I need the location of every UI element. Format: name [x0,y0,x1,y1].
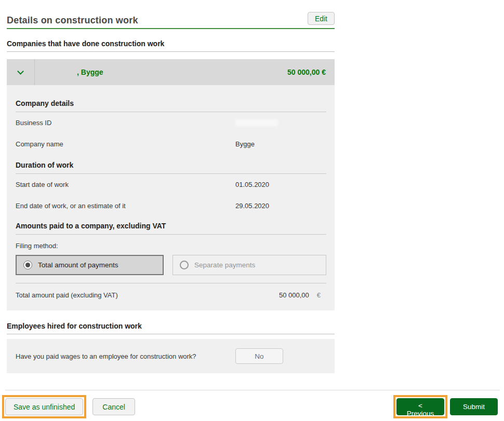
wages-answer-cell: No [235,348,326,364]
footer-buttons: Save as unfinished Cancel < Previous Sub… [0,395,504,418]
start-date-row: Start date of work 01.05.2020 [16,174,326,195]
total-amount-row: Total amount paid (excluding VAT) 50 000… [16,283,326,300]
radio-separate-label: Separate payments [194,261,255,269]
chevron-down-icon [17,68,24,75]
total-amount-label: Total amount paid (excluding VAT) [16,291,118,299]
company-name-row: Company name Bygge [16,133,326,155]
amounts-heading: Amounts paid to a company, excluding VAT [16,222,326,235]
company-name-value: Bygge [235,140,326,148]
business-id-label: Business ID [16,119,235,127]
total-amount-right: 50 000,00 € [279,291,321,299]
duration-heading: Duration of work [16,161,326,174]
company-name-label: Company name [16,140,235,148]
footer-bar: Save as unfinished Cancel < Previous Sub… [0,390,504,418]
wages-answer-no-button[interactable]: No [235,348,283,364]
edit-button[interactable]: Edit [308,12,335,25]
redacted-business-id [235,119,278,126]
company-details-heading: Company details [16,99,326,112]
company-panel-title: , Bygge [35,59,103,85]
annotation-highlight-save: Save as unfinished [2,395,86,418]
company-accordion-panel: , Bygge 50 000,00 € Company details Busi… [7,59,335,310]
radio-selected-icon [23,261,32,269]
annotation-highlight-previous: < Previous [393,395,447,418]
wages-question-label: Have you paid wages to an employee for c… [16,352,235,360]
radio-unselected-icon [180,261,189,269]
total-amount-value: 50 000,00 [279,291,309,299]
save-as-unfinished-button[interactable]: Save as unfinished [5,398,83,415]
footer-left-group: Save as unfinished Cancel [2,395,135,418]
end-date-label: End date of work, or an estimate of it [16,202,235,210]
business-id-value [235,119,326,126]
end-date-value: 29.05.2020 [235,202,326,210]
currency-symbol: € [317,291,321,299]
page-title: Details on construction work [7,15,138,26]
start-date-value: 01.05.2020 [235,181,326,188]
end-date-row: End date of work, or an estimate of it 2… [16,195,326,216]
page-header: Details on construction work Edit [7,12,335,29]
companies-section-heading: Companies that have done construction wo… [7,39,335,52]
filing-method-label: Filing method: [16,242,326,250]
cancel-button[interactable]: Cancel [92,398,135,415]
company-panel-header[interactable]: , Bygge 50 000,00 € [7,59,335,85]
main-content: Details on construction work Edit Compan… [7,0,335,373]
submit-button[interactable]: Submit [450,398,498,415]
footer-divider [5,390,500,390]
collapse-toggle[interactable] [7,59,35,85]
footer-right-group: < Previous Submit [393,395,498,418]
radio-total-label: Total amount of payments [38,261,118,269]
company-panel-body: Company details Business ID Company name… [7,85,335,310]
business-id-row: Business ID [16,112,326,133]
radio-total-amount-of-payments[interactable]: Total amount of payments [16,255,164,275]
employees-section-heading: Employees hired for construction work [7,322,335,334]
filing-method-radio-group: Total amount of payments Separate paymen… [16,255,326,275]
radio-separate-payments[interactable]: Separate payments [173,255,326,275]
wages-question-box: Have you paid wages to an employee for c… [7,339,335,373]
company-panel-amount: 50 000,00 € [287,59,335,85]
previous-button[interactable]: < Previous [396,398,444,415]
start-date-label: Start date of work [16,181,235,188]
